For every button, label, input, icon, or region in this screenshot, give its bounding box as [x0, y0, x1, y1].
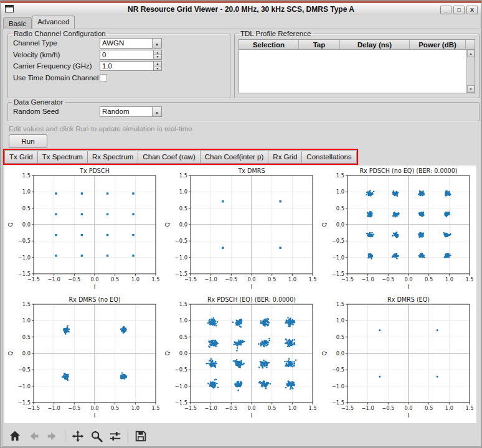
spin-up-icon[interactable]: ▲: [154, 62, 161, 67]
view-tab-tx-spectrum[interactable]: Tx Spectrum: [37, 150, 87, 164]
svg-text:I: I: [94, 284, 96, 290]
svg-text:1.0: 1.0: [131, 276, 139, 282]
svg-text:−1.5: −1.5: [184, 405, 197, 411]
svg-text:−1.5: −1.5: [18, 399, 31, 406]
titlebar[interactable]: NR Resource Grid Viewer - 20.0 MHz, 30 k…: [1, 3, 481, 15]
svg-text:1.5: 1.5: [151, 276, 159, 282]
plot-rx-dmrs-no-eq: −1.5−1.5−1.0−1.0−0.5−0.50.00.00.50.51.01…: [4, 295, 161, 421]
save-icon[interactable]: [133, 429, 148, 444]
svg-text:I: I: [94, 413, 96, 419]
svg-text:1.5: 1.5: [22, 172, 31, 179]
svg-text:−1.0: −1.0: [175, 383, 187, 390]
zoom-icon[interactable]: [89, 429, 104, 444]
svg-text:−1.0: −1.0: [362, 405, 374, 411]
svg-text:−1.5: −1.5: [332, 271, 344, 277]
svg-text:1.5: 1.5: [179, 301, 187, 307]
velocity-km-h-spinbox[interactable]: 0▲▼: [100, 50, 162, 60]
maximize-button[interactable]: □: [453, 6, 465, 14]
field-row-velocity-km-h: Velocity (km/h)0▲▼: [8, 49, 230, 61]
view-tab-chan-coef-inter-p[interactable]: Chan Coef(inter p): [200, 150, 268, 164]
use-time-domain-channel-checkbox[interactable]: [100, 74, 107, 82]
data-generator-fields: Random SeedRandom▼: [8, 106, 479, 118]
svg-text:0.5: 0.5: [111, 276, 119, 282]
svg-text:Q: Q: [164, 351, 171, 355]
svg-text:0.0: 0.0: [179, 222, 187, 228]
radio-channel-fields: Channel TypeAWGN▼Velocity (km/h)0▲▼Carri…: [8, 37, 230, 83]
column-header-tap[interactable]: Tap: [299, 40, 340, 49]
view-tab-tx-grid[interactable]: Tx Grid: [4, 150, 37, 164]
dropdown-value: Random: [100, 108, 152, 115]
svg-text:−1.5: −1.5: [18, 271, 31, 277]
svg-text:1.5: 1.5: [22, 301, 31, 307]
svg-text:1.5: 1.5: [336, 301, 344, 307]
svg-text:−1.0: −1.0: [18, 383, 31, 390]
field-row-random-seed: Random SeedRandom▼: [8, 106, 479, 118]
svg-text:0.5: 0.5: [111, 405, 119, 411]
svg-text:I: I: [408, 413, 410, 419]
plots-grid: −1.5−1.5−1.0−1.0−0.5−0.50.00.00.50.51.01…: [4, 166, 476, 421]
svg-text:1.0: 1.0: [131, 405, 139, 411]
forward-icon: [45, 429, 60, 444]
svg-text:−1.5: −1.5: [175, 399, 187, 406]
window-controls: _ □ X: [440, 6, 478, 14]
field-label: Use Time Domain Channel: [13, 74, 100, 82]
view-tab-rx-spectrum[interactable]: Rx Spectrum: [87, 150, 138, 164]
plot-tx-dmrs: −1.5−1.5−1.0−1.0−0.5−0.50.00.00.50.51.01…: [161, 166, 318, 292]
random-seed-dropdown[interactable]: Random▼: [100, 106, 162, 117]
tdl-table-scrollbar[interactable]: ▲ ▼: [466, 50, 475, 93]
view-tab-rx-grid[interactable]: Rx Grid: [268, 150, 301, 164]
svg-text:−1.0: −1.0: [205, 405, 217, 411]
spinbox-value: 1.0: [100, 62, 153, 70]
carrier-frequency-ghz-spinbox[interactable]: 1.0▲▼: [100, 61, 162, 71]
spin-down-icon[interactable]: ▼: [154, 55, 161, 59]
close-button[interactable]: X: [466, 6, 478, 14]
svg-text:Q: Q: [321, 222, 328, 226]
scroll-down-icon[interactable]: ▼: [467, 85, 475, 93]
view-tab-chan-coef-raw[interactable]: Chan Coef (raw): [138, 150, 199, 164]
column-header-delay-ns[interactable]: Delay (ns): [340, 40, 410, 49]
field-row-channel-type: Channel TypeAWGN▼: [8, 37, 230, 49]
field-row-use-time-domain-channel: Use Time Domain Channel: [8, 72, 230, 84]
svg-text:−1.0: −1.0: [48, 276, 60, 282]
svg-text:−1.0: −1.0: [332, 383, 344, 390]
view-tab-constellations[interactable]: Constellations: [301, 150, 356, 164]
home-icon[interactable]: [7, 429, 22, 444]
svg-text:0.5: 0.5: [336, 334, 344, 340]
tab-basic[interactable]: Basic: [3, 17, 32, 29]
back-icon: [26, 429, 41, 444]
pan-icon[interactable]: [70, 429, 85, 444]
svg-text:−1.5: −1.5: [341, 276, 354, 282]
scroll-up-icon[interactable]: ▲: [467, 50, 475, 57]
tab-advanced[interactable]: Advanced: [32, 16, 75, 29]
tdl-profile-group-title: TDL Profile Reference: [239, 30, 313, 37]
tdl-profile-table: SelectionTapDelay (ns)Power (dB) ▲ ▼: [239, 39, 475, 93]
plot-rx-pdsch-eq-ber-0-0000: −1.5−1.5−1.0−1.0−0.5−0.50.00.00.50.51.01…: [161, 295, 318, 421]
field-label: Velocity (km/h): [13, 51, 100, 58]
svg-text:0.0: 0.0: [90, 405, 98, 411]
svg-text:1.5: 1.5: [308, 276, 316, 282]
svg-text:1.5: 1.5: [465, 405, 473, 411]
subplots-icon[interactable]: [108, 429, 123, 444]
svg-text:−1.0: −1.0: [362, 276, 374, 282]
column-header-power-db[interactable]: Power (dB): [410, 40, 466, 49]
svg-text:−0.5: −0.5: [225, 405, 237, 411]
svg-text:1.0: 1.0: [445, 276, 453, 282]
data-generator-group-title: Data Generator: [12, 98, 65, 106]
dropdown-value: AWGN: [100, 39, 152, 47]
main-tab-bar: BasicAdvanced: [3, 16, 75, 29]
svg-text:−0.5: −0.5: [382, 405, 394, 411]
spin-down-icon[interactable]: ▼: [154, 67, 161, 71]
svg-text:−1.5: −1.5: [27, 276, 40, 282]
minimize-button[interactable]: _: [440, 6, 451, 14]
run-button[interactable]: Run: [9, 134, 47, 148]
svg-text:0.5: 0.5: [425, 405, 433, 411]
svg-text:1.5: 1.5: [179, 172, 187, 179]
channel-type-dropdown[interactable]: AWGN▼: [100, 38, 162, 49]
svg-text:0.5: 0.5: [336, 205, 344, 212]
field-row-carrier-frequency-ghz: Carrier Frequency (GHz)1.0▲▼: [8, 60, 230, 72]
svg-text:0.5: 0.5: [179, 334, 187, 340]
radio-channel-group-title: Radio Channel Configuration: [12, 30, 108, 37]
svg-text:1.0: 1.0: [336, 189, 344, 195]
column-header-selection[interactable]: Selection: [239, 40, 299, 49]
svg-text:−1.0: −1.0: [175, 254, 187, 261]
